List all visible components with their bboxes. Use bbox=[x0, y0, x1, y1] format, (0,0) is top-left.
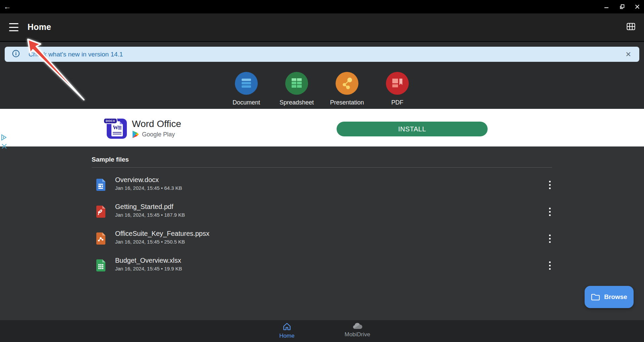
docx-badge: DOCX bbox=[103, 118, 117, 124]
create-document-button[interactable]: Document bbox=[223, 72, 270, 106]
create-presentation-button[interactable]: Presentation bbox=[324, 72, 370, 106]
shortcut-label: PDF bbox=[391, 99, 403, 106]
page-title: Home bbox=[28, 22, 51, 32]
home-icon bbox=[283, 322, 291, 331]
create-spreadsheet-button[interactable]: Spreadsheet bbox=[273, 72, 320, 106]
mobidrive-cloud-icon bbox=[352, 322, 362, 330]
hamburger-menu-icon[interactable] bbox=[9, 23, 18, 31]
file-name: Overview.docx bbox=[115, 176, 159, 184]
google-play-row[interactable]: Google Play bbox=[132, 131, 175, 138]
divider bbox=[92, 167, 552, 168]
google-play-label: Google Play bbox=[142, 131, 175, 138]
nav-label: MobiDrive bbox=[345, 331, 370, 338]
ppsx-file-icon bbox=[96, 232, 105, 246]
folder-icon bbox=[591, 293, 600, 301]
create-pdf-button[interactable]: PDF bbox=[374, 72, 421, 106]
browse-button[interactable]: Browse bbox=[585, 286, 634, 308]
whats-new-banner[interactable]: Check what's new in version 14.1 ✕ bbox=[5, 47, 639, 62]
banner-close-icon[interactable]: ✕ bbox=[625, 51, 631, 58]
file-row-budget-overview-xlsx[interactable]: Budget_Overview.xlsx Jan 16, 2024, 15:45… bbox=[92, 252, 552, 279]
grid-view-icon[interactable] bbox=[627, 23, 635, 30]
file-name: OfficeSuite_Key_Features.ppsx bbox=[115, 230, 209, 238]
install-button[interactable]: INSTALL bbox=[337, 122, 488, 136]
docx-file-icon bbox=[96, 179, 105, 192]
file-meta: Jan 16, 2024, 15:45 • 250.5 KB bbox=[115, 239, 185, 245]
google-play-icon bbox=[132, 131, 139, 138]
pdf-file-icon bbox=[96, 206, 105, 219]
file-name: Getting_Started.pdf bbox=[115, 203, 173, 211]
spreadsheet-icon bbox=[285, 72, 308, 95]
shortcut-label: Document bbox=[233, 99, 260, 106]
window-titlebar: ← bbox=[0, 0, 644, 13]
sample-files-header: Sample files bbox=[92, 156, 129, 163]
nav-tab-home[interactable]: Home bbox=[263, 322, 310, 339]
pdf-icon bbox=[386, 72, 409, 95]
upper-section: Check what's new in version 14.1 ✕ Docum… bbox=[0, 42, 644, 109]
window-controls bbox=[603, 0, 641, 13]
overflow-menu-icon[interactable] bbox=[545, 206, 554, 217]
officesuite-home-screen: ← Home bbox=[0, 0, 644, 342]
shortcut-label: Presentation bbox=[330, 99, 364, 106]
overflow-menu-icon[interactable] bbox=[545, 179, 554, 190]
shortcut-label: Spreadsheet bbox=[280, 99, 314, 106]
xlsx-file-icon bbox=[96, 259, 105, 273]
file-meta: Jan 16, 2024, 15:45 • 64.3 KB bbox=[115, 185, 182, 191]
file-meta: Jan 16, 2024, 15:45 • 187.9 KB bbox=[115, 212, 185, 218]
document-icon bbox=[235, 72, 258, 95]
ad-banner[interactable]: W DOCX bbox=[0, 109, 644, 146]
overflow-menu-icon[interactable] bbox=[545, 260, 554, 271]
nav-tab-mobidrive[interactable]: MobiDrive bbox=[334, 322, 381, 338]
file-name: Budget_Overview.xlsx bbox=[115, 257, 181, 264]
browse-label: Browse bbox=[604, 293, 627, 301]
ad-app-name[interactable]: Word Office bbox=[132, 119, 181, 129]
file-row-key-features-ppsx[interactable]: OfficeSuite_Key_Features.ppsx Jan 16, 20… bbox=[92, 225, 552, 252]
file-row-getting-started-pdf[interactable]: Getting_Started.pdf Jan 16, 2024, 15:45 … bbox=[92, 198, 552, 225]
minimize-button[interactable] bbox=[603, 3, 610, 10]
info-icon bbox=[12, 50, 20, 59]
app-bar: Home bbox=[0, 13, 644, 42]
adchoices-icon[interactable] bbox=[1, 134, 8, 151]
file-meta: Jan 16, 2024, 15:45 • 19.9 KB bbox=[115, 266, 182, 271]
back-arrow-icon[interactable]: ← bbox=[3, 2, 12, 11]
overflow-menu-icon[interactable] bbox=[545, 233, 554, 244]
close-window-button[interactable] bbox=[634, 3, 641, 10]
file-row-overview-docx[interactable]: Overview.docx Jan 16, 2024, 15:45 • 64.3… bbox=[92, 171, 552, 198]
install-label: INSTALL bbox=[398, 125, 426, 133]
restore-button[interactable] bbox=[618, 3, 625, 10]
word-office-app-icon: W DOCX bbox=[107, 119, 127, 139]
nav-label: Home bbox=[279, 333, 294, 339]
bottom-navigation: Home MobiDrive bbox=[0, 320, 644, 342]
whats-new-text: Check what's new in version 14.1 bbox=[29, 51, 625, 58]
presentation-icon bbox=[336, 72, 358, 95]
